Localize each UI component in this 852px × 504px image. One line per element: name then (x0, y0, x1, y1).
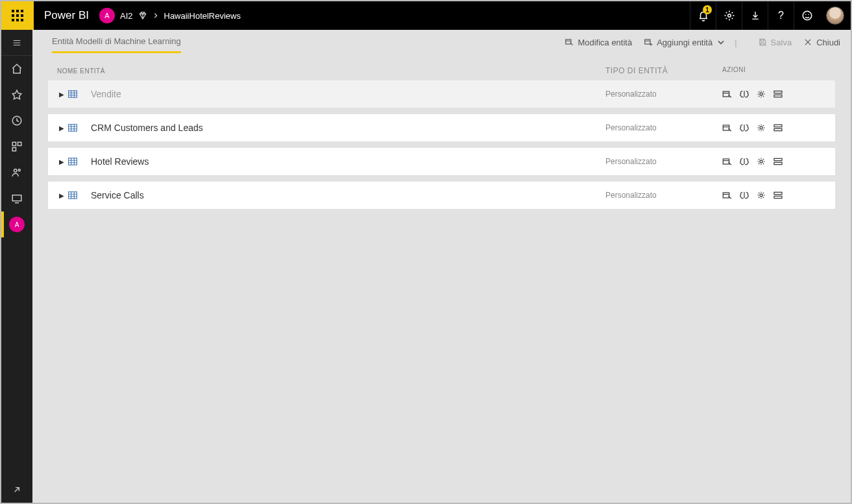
svg-point-24 (760, 93, 762, 95)
save-button[interactable]: Salva (758, 38, 792, 47)
expand-toggle[interactable]: ▶ (57, 125, 66, 132)
chevron-down-icon (716, 38, 725, 47)
action-datasource-icon[interactable] (773, 90, 783, 99)
nav-recent-button[interactable] (1, 108, 32, 134)
action-edit-icon[interactable] (722, 157, 733, 166)
entity-table: NOME ENTITÀ TIPO DI ENTITÀ AZIONI ▶ Vend… (32, 54, 851, 215)
entity-type: Personalizzato (605, 90, 722, 99)
expand-toggle[interactable]: ▶ (57, 158, 66, 165)
action-brain-icon[interactable] (739, 191, 749, 200)
content-area: Entità Modelli di Machine Learning Modif… (32, 30, 851, 503)
svg-point-34 (760, 160, 762, 163)
apps-icon (11, 141, 23, 152)
people-icon (11, 167, 23, 178)
entity-name: Service Calls (91, 190, 605, 200)
settings-button[interactable] (716, 1, 742, 30)
svg-rect-40 (774, 192, 782, 194)
breadcrumb-item[interactable]: HawaiiHotelReviews (164, 11, 241, 21)
nav-current-workspace[interactable]: A (1, 211, 32, 237)
help-button[interactable]: ? (768, 1, 794, 30)
action-datasource-icon[interactable] (773, 157, 783, 166)
left-nav: A (1, 30, 32, 503)
user-avatar[interactable] (826, 6, 844, 25)
add-entity-button[interactable]: Aggiungi entità (644, 38, 725, 47)
action-brain-icon[interactable] (739, 90, 749, 99)
gear-icon (724, 10, 735, 21)
edit-entity-label: Modifica entità (578, 38, 632, 47)
nav-shared-button[interactable] (1, 160, 32, 186)
svg-rect-1 (16, 10, 19, 12)
table-entity-icon (66, 158, 79, 165)
table-row[interactable]: ▶ Vendite Personalizzato (48, 80, 835, 108)
svg-rect-30 (774, 125, 782, 126)
waffle-icon (12, 10, 23, 21)
action-edit-icon[interactable] (722, 191, 733, 200)
svg-rect-14 (12, 142, 16, 145)
svg-rect-21 (645, 40, 650, 44)
svg-rect-37 (69, 192, 77, 199)
workspace-name[interactable]: AI2 (120, 11, 133, 21)
action-gear-icon[interactable] (756, 157, 766, 166)
entity-name: Vendite (91, 89, 605, 99)
action-datasource-icon[interactable] (773, 191, 783, 200)
tab-entities[interactable]: Entità Modelli di Machine Learning (52, 36, 181, 53)
svg-rect-4 (16, 14, 19, 17)
svg-rect-35 (774, 158, 782, 160)
clock-icon (11, 115, 23, 126)
action-brain-icon[interactable] (739, 157, 749, 166)
nav-favorites-button[interactable] (1, 82, 32, 108)
action-edit-icon[interactable] (722, 90, 733, 99)
notification-count-badge: 1 (703, 5, 712, 14)
svg-point-39 (760, 194, 762, 197)
brand-label: Power BI (34, 9, 99, 22)
workspace-badge-small: A (9, 217, 25, 232)
action-gear-icon[interactable] (756, 123, 766, 132)
svg-rect-0 (12, 10, 14, 12)
add-entity-label: Aggiungi entità (657, 38, 712, 47)
svg-rect-32 (69, 158, 77, 165)
table-row[interactable]: ▶ CRM Customers and Leads Personalizzato (48, 114, 835, 141)
download-button[interactable] (742, 1, 768, 30)
nav-get-data-button[interactable] (1, 477, 32, 503)
premium-diamond-icon (138, 11, 147, 20)
nav-workspaces-button[interactable] (1, 186, 32, 211)
svg-point-17 (14, 169, 18, 173)
svg-rect-28 (723, 125, 729, 130)
notifications-button[interactable]: 1 (690, 1, 716, 30)
action-gear-icon[interactable] (756, 191, 766, 200)
nav-home-button[interactable] (1, 56, 32, 82)
svg-rect-25 (774, 91, 782, 93)
svg-rect-5 (21, 14, 23, 17)
svg-rect-19 (12, 195, 21, 201)
action-gear-icon[interactable] (756, 90, 766, 99)
nav-apps-button[interactable] (1, 134, 32, 160)
svg-rect-26 (774, 95, 782, 97)
table-entity-icon (66, 124, 79, 132)
action-datasource-icon[interactable] (773, 123, 783, 132)
action-edit-icon[interactable] (722, 123, 733, 132)
svg-rect-2 (21, 10, 23, 12)
expand-toggle[interactable]: ▶ (57, 192, 66, 199)
arrow-out-icon (12, 485, 22, 495)
svg-point-18 (18, 169, 20, 171)
svg-rect-41 (774, 196, 782, 198)
feedback-button[interactable] (794, 1, 820, 30)
action-brain-icon[interactable] (739, 123, 749, 132)
question-icon: ? (778, 10, 784, 21)
svg-point-11 (805, 14, 807, 16)
workspace-badge[interactable]: A (99, 8, 115, 23)
table-row[interactable]: ▶ Hotel Reviews Personalizzato (48, 148, 835, 175)
table-header: NOME ENTITÀ TIPO DI ENTITÀ AZIONI (48, 54, 835, 80)
svg-rect-22 (69, 91, 77, 98)
toolbar-separator: | (735, 38, 736, 47)
table-entity-icon (66, 90, 79, 98)
app-launcher-button[interactable] (1, 1, 34, 30)
save-icon (758, 38, 767, 47)
nav-collapse-button[interactable] (1, 30, 32, 56)
table-row[interactable]: ▶ Service Calls Personalizzato (48, 182, 835, 209)
expand-toggle[interactable]: ▶ (57, 91, 66, 98)
svg-rect-36 (774, 162, 782, 164)
edit-entity-button[interactable]: Modifica entità (565, 38, 632, 47)
header-type: TIPO DI ENTITÀ (605, 66, 722, 75)
close-button[interactable]: Chiudi (803, 38, 840, 47)
